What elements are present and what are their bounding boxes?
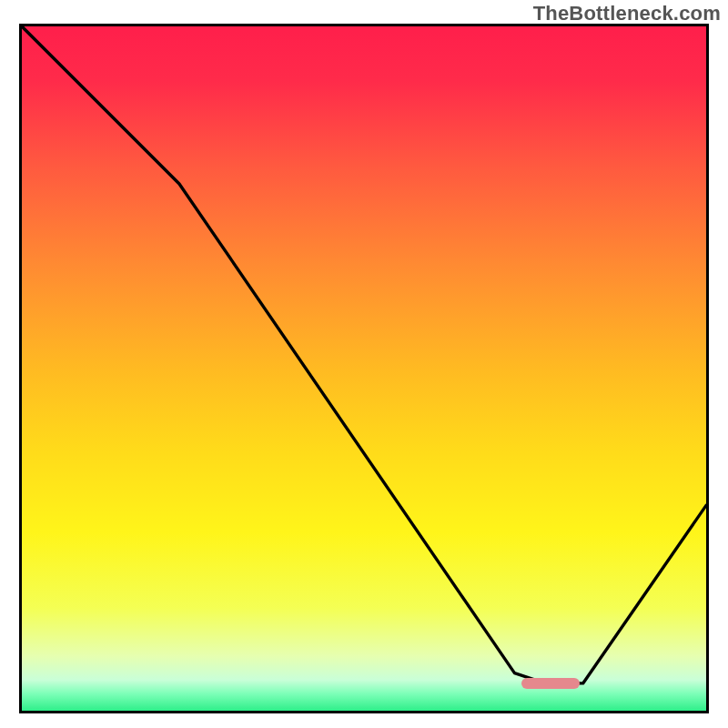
- plot-area: [19, 24, 709, 713]
- chart-container: TheBottleneck.com: [0, 0, 728, 728]
- optimum-marker: [521, 678, 580, 689]
- watermark-text: TheBottleneck.com: [533, 2, 721, 25]
- bottleneck-curve: [22, 26, 706, 711]
